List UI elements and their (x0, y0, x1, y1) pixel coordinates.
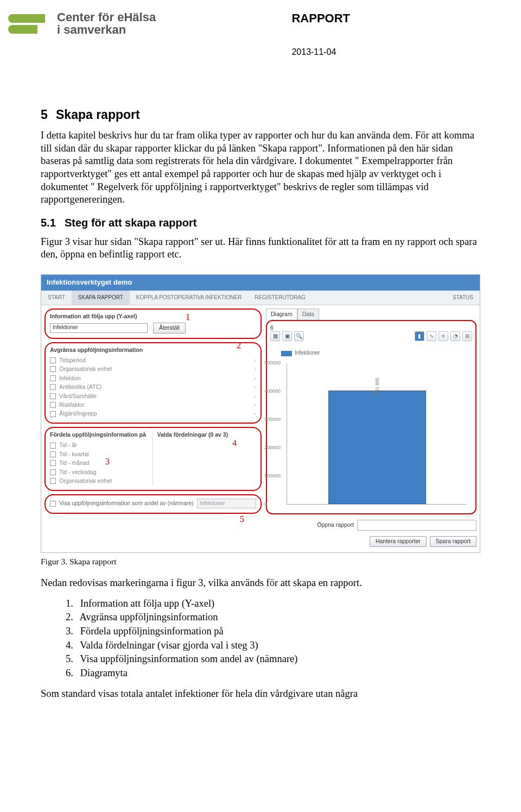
distribute-row[interactable]: Organisatorisk enhet (50, 477, 149, 486)
checkbox-icon[interactable] (50, 451, 56, 457)
legend-swatch (281, 351, 292, 356)
para-sub-intro: Figur 3 visar hur sidan "Skapa rapport" … (41, 236, 480, 261)
checkbox-icon[interactable] (50, 402, 56, 408)
chart-pie-icon[interactable]: ◔ (450, 331, 460, 341)
distribute-row[interactable]: Tid - månad (50, 459, 149, 468)
section-title: Skapa rapport (56, 108, 140, 122)
filter-row[interactable]: Infektion› (50, 374, 256, 382)
filter-row[interactable]: Organisatorisk enhet› (50, 365, 256, 374)
filter-label: Infektion (59, 375, 81, 382)
doc-type: RAPPORT (291, 11, 350, 26)
chevron-right-icon: › (255, 393, 257, 400)
panel-fordela: Fördela uppföljningsinformation på Tid -… (45, 427, 262, 491)
panel-avgransa: 2 Avgränsa uppföljningsinformation Tidsp… (45, 342, 262, 424)
open-report-label: Öppna rapport (317, 521, 354, 528)
open-report-input[interactable] (357, 520, 476, 531)
annotation-4: 4 (232, 438, 237, 449)
yaxis-select[interactable]: Infektioner (50, 323, 148, 333)
filter-label: Tidsperiod (59, 357, 86, 364)
chart-legend: Infektioner (281, 350, 472, 357)
tab-skapa-rapport[interactable]: SKAPA RAPPORT (72, 291, 130, 305)
y-tick: 400000 (264, 388, 281, 395)
panel3-header-right: Valda fördelningar (0 av 3) (157, 431, 257, 438)
annotation-5: 5 (240, 514, 244, 525)
checkbox-icon[interactable] (50, 375, 56, 381)
embedded-screenshot: Infektionsverktyget demo START SKAPA RAP… (41, 274, 480, 553)
filter-row[interactable]: Vård/Samhälle› (50, 392, 256, 400)
annotation-6: 6 (270, 324, 472, 331)
panel1-header: Information att följa upp (Y-axel) (50, 313, 256, 320)
chart-line-icon[interactable]: ∿ (427, 331, 436, 341)
filter-label: Vård/Samhälle (59, 393, 97, 400)
checkbox-icon[interactable] (50, 393, 56, 399)
para-intro: I detta kapitel beskrivs hur du tar fram… (41, 129, 480, 206)
filter-row[interactable]: Riskfaktor› (50, 401, 256, 410)
y-tick: 200000 (264, 445, 281, 451)
distribute-label: Tid - kvartal (59, 451, 88, 458)
distribute-label: Tid - månad (59, 459, 90, 467)
distribute-row[interactable]: Tid - veckodag (50, 468, 149, 476)
diagram-tabs: Diagram Data (266, 309, 476, 319)
section-number: 5 (41, 107, 56, 123)
distribute-row[interactable]: Tid - år (50, 441, 149, 450)
chevron-right-icon: › (255, 410, 257, 417)
distribute-label: Tid - år (59, 442, 77, 449)
filter-row[interactable]: Tidsperiod› (50, 356, 256, 364)
annotation-2: 2 (237, 340, 241, 351)
manage-reports-button[interactable]: Hantera rapporter (370, 536, 427, 547)
checkbox-icon[interactable] (50, 384, 56, 390)
tab-data[interactable]: Data (297, 309, 319, 319)
para-trailing: Som standard visas totala antalet infekt… (41, 688, 480, 701)
checkbox-icon[interactable] (50, 357, 56, 363)
export-img-icon[interactable]: ▣ (282, 331, 292, 341)
chart-bar-icon[interactable]: ▮ (415, 331, 424, 341)
subsection-title: Steg för att skapa rapport (65, 217, 196, 229)
save-report-button[interactable]: Spara rapport (430, 536, 476, 547)
chart-bar: 401 895 (328, 391, 426, 504)
distribute-row[interactable]: Tid - kvartal (50, 450, 149, 458)
filter-label: Organisatorisk enhet (59, 366, 112, 373)
screenshot-footer: Öppna rapport (41, 518, 480, 536)
andel-value: Infektioner (200, 500, 225, 507)
list-item: 1. Information att följa upp (Y-axel) (66, 597, 480, 610)
andel-checkbox[interactable] (50, 501, 56, 507)
figure-caption: Figur 3. Skapa rapport (41, 556, 480, 567)
chevron-right-icon: › (255, 366, 257, 373)
doc-date: 2013-11-04 (291, 47, 350, 58)
list-item: 2. Avgränsa uppföljningsinformation (66, 611, 480, 624)
filter-label: Riskfaktor (59, 401, 85, 408)
tab-registerutdrag[interactable]: REGISTERUTDRAG (248, 291, 312, 305)
panel-yaxis: 1 Information att följa upp (Y-axel) Inf… (45, 309, 262, 338)
filter-row[interactable]: Antibiotika (ATC)› (50, 383, 256, 392)
filter-label: Åtgärd/Ingrepp (59, 410, 97, 417)
yaxis-value: Infektioner (53, 324, 78, 331)
list-item: 4. Valda fördelningar (visar gjorda val … (66, 639, 480, 652)
checkbox-icon[interactable] (50, 478, 56, 484)
chevron-right-icon: › (255, 357, 257, 364)
zoom-icon[interactable]: 🔍 (294, 331, 304, 341)
chart-table-icon[interactable]: ⊞ (462, 331, 472, 341)
tab-koppla[interactable]: KOPPLA POSTOPERATIVA INFEKTIONER (130, 291, 249, 305)
export-ppt-icon[interactable]: ▦ (270, 331, 280, 341)
tab-diagram[interactable]: Diagram (266, 309, 297, 319)
distribute-label: Organisatorisk enhet (59, 477, 112, 484)
para-after: Nedan redovisas markeringarna i figur 3,… (41, 577, 480, 590)
subsection-number: 5.1 (41, 216, 65, 230)
checkbox-icon[interactable] (50, 366, 56, 372)
filter-row[interactable]: Åtgärd/Ingrepp› (50, 410, 256, 418)
chart-stack-icon[interactable]: ≡ (439, 331, 448, 341)
logo-icon (8, 11, 46, 39)
tab-start[interactable]: START (41, 291, 72, 305)
tab-status[interactable]: STATUS (446, 291, 480, 305)
y-tick: 0 (264, 501, 267, 508)
diagram-toolbar: ▦ ▣ 🔍 ▮ ∿ ≡ ◔ ⊞ (270, 331, 472, 341)
page-header: Center för eHälsa i samverkan RAPPORT 20… (8, 11, 480, 58)
checkbox-icon[interactable] (50, 469, 56, 475)
panel3-header-left: Fördela uppföljningsinformation på (50, 431, 149, 438)
andel-select[interactable]: Infektioner (197, 499, 256, 508)
checkbox-icon[interactable] (50, 411, 56, 417)
reset-button[interactable]: Återställ (153, 323, 186, 333)
checkbox-icon[interactable] (50, 443, 56, 449)
annotation-3: 3 (105, 456, 110, 467)
checkbox-icon[interactable] (50, 460, 56, 466)
